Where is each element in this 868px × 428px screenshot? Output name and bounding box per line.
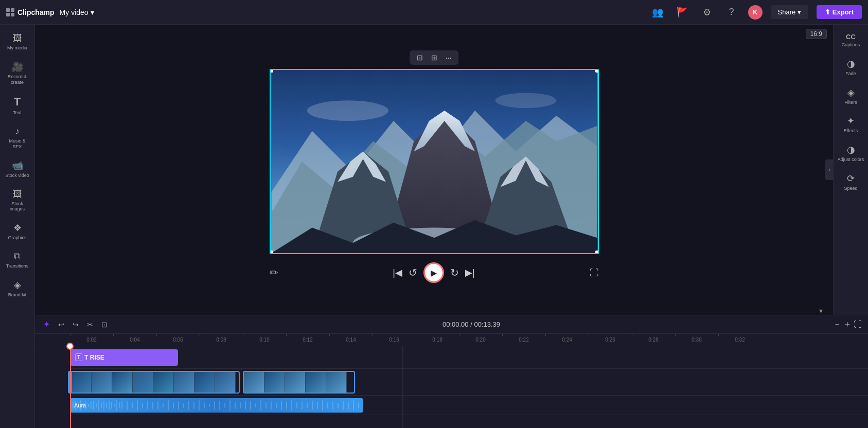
text-clip-label: T RISE (84, 354, 104, 361)
svg-rect-68 (307, 403, 308, 408)
svg-rect-27 (109, 401, 110, 410)
right-sidebar-item-speed[interactable]: ⟳ Speed (835, 169, 867, 195)
zoom-out-button[interactable]: － (833, 319, 841, 330)
sidebar-item-my-media[interactable]: 🖼 My media (2, 29, 33, 55)
export-label: ⬆ Export (825, 8, 854, 16)
export-button[interactable]: ⬆ Export (817, 5, 862, 19)
redo-button[interactable]: ↪ (70, 319, 81, 330)
ruler-mark: 0:10 (243, 337, 286, 343)
svg-rect-33 (127, 401, 128, 410)
svg-rect-46 (193, 402, 194, 409)
skip-back-button[interactable]: |◀ (393, 267, 402, 278)
sidebar-item-stock-images[interactable]: 🖼 Stock images (2, 185, 33, 217)
right-sidebar-item-fade[interactable]: ◑ Fade (835, 54, 867, 81)
topbar-right: 👥 🚩 ⚙ ? K Share ▾ ⬆ Export (649, 4, 862, 21)
svg-rect-42 (173, 402, 174, 408)
right-sidebar-label: Effects (844, 128, 858, 134)
svg-rect-32 (121, 401, 122, 409)
sidebar-item-stock-video[interactable]: 📹 Stock video (2, 156, 33, 183)
user-avatar[interactable]: K (748, 5, 763, 20)
svg-rect-30 (116, 400, 117, 411)
graphics-icon: ❖ (13, 222, 22, 234)
video-track (70, 369, 868, 396)
timeline-dropdown-icon[interactable]: ▾ (819, 307, 823, 315)
zoom-controls: － ＋ ⛶ (833, 319, 862, 330)
text-clip[interactable]: T T RISE (70, 349, 178, 366)
sidebar-item-brand-kit[interactable]: ◈ Brand kit (2, 275, 33, 302)
svg-rect-36 (142, 403, 143, 408)
right-sidebar-item-filters[interactable]: ◈ Filters (835, 83, 867, 110)
svg-rect-78 (358, 402, 359, 408)
topbar: Clipchamp My video ▾ 👥 🚩 ⚙ ? K Share ▾ ⬆… (0, 0, 868, 25)
svg-rect-19 (88, 404, 89, 407)
rewind-button[interactable]: ↺ (409, 266, 417, 279)
svg-rect-21 (93, 401, 94, 410)
skip-forward-button[interactable]: ▶| (465, 267, 475, 278)
svg-rect-59 (260, 400, 261, 411)
handle-top-right[interactable] (595, 69, 599, 73)
magic-edit-button[interactable]: ✏ (270, 266, 278, 279)
ruler-mark: 0:04 (113, 337, 156, 343)
sidebar-item-graphics[interactable]: ❖ Graphics (2, 218, 33, 245)
svg-rect-49 (209, 404, 210, 407)
video-clip-1[interactable] (70, 371, 240, 394)
ruler-mark: 0:30 (675, 337, 718, 343)
svg-rect-20 (91, 402, 92, 409)
video-clip-2[interactable] (243, 371, 355, 394)
handle-bottom-left[interactable] (270, 251, 273, 254)
more-button[interactable]: ··· (444, 52, 454, 63)
svg-point-11 (307, 100, 388, 121)
flag-icon-btn[interactable]: 🚩 (674, 4, 690, 21)
svg-rect-72 (327, 402, 328, 408)
chevron-down-icon: ▾ (798, 8, 801, 16)
zoom-in-button[interactable]: ＋ (843, 319, 852, 330)
sidebar-item-transitions[interactable]: ⧉ Transitions (2, 247, 33, 273)
sidebar-item-text[interactable]: T Text (2, 91, 33, 120)
sidebar-item-music-sfx[interactable]: ♪ Music & SFX (2, 122, 33, 154)
video-title[interactable]: My video ▾ (60, 8, 94, 16)
svg-rect-52 (224, 403, 225, 408)
aspect-button[interactable]: ⊞ (429, 52, 439, 63)
timeline-ruler: 0:02 0:04 0:06 0:08 0:10 0:12 0:14 0:16 … (35, 334, 868, 346)
svg-rect-24 (101, 402, 102, 408)
svg-rect-51 (219, 401, 220, 410)
right-sidebar-item-captions[interactable]: CC Captions (835, 29, 867, 52)
right-sidebar-item-effects[interactable]: ✦ Effects (835, 111, 867, 138)
svg-rect-71 (322, 400, 323, 411)
forward-button[interactable]: ↻ (450, 266, 459, 279)
right-sidebar-item-adjust-colors[interactable]: ◑ Adjust colors (835, 140, 867, 167)
svg-rect-22 (96, 403, 97, 407)
timeline-content: 0:02 0:04 0:06 0:08 0:10 0:12 0:14 0:16 … (35, 334, 868, 428)
handle-bottom-right[interactable] (595, 251, 599, 254)
play-button[interactable]: ▶ (423, 262, 444, 283)
topbar-left: Clipchamp My video ▾ (6, 8, 94, 16)
magic-button[interactable]: ✦ (41, 318, 52, 330)
people-icon-btn[interactable]: 👥 (649, 4, 666, 21)
handle-top-left[interactable] (270, 69, 273, 73)
help-icon-btn[interactable]: ? (723, 4, 740, 21)
right-sidebar-collapse-arrow[interactable]: ‹ (825, 159, 834, 180)
cut-button[interactable]: ✂ (85, 319, 95, 330)
svg-rect-74 (338, 403, 339, 408)
detach-audio-button[interactable]: ⊡ (99, 319, 110, 330)
preview-area: 16:9 ⊡ ⊞ ··· (35, 25, 833, 298)
crop-button[interactable]: ⊡ (415, 52, 425, 63)
filters-icon: ◈ (847, 87, 855, 98)
svg-rect-41 (168, 400, 169, 411)
svg-rect-48 (204, 402, 205, 408)
share-button[interactable]: Share ▾ (771, 5, 809, 19)
ruler-marks: 0:02 0:04 0:06 0:08 0:10 0:12 0:14 0:16 … (70, 337, 761, 343)
trim-handle-left[interactable] (68, 371, 72, 394)
settings-icon-btn[interactable]: ⚙ (699, 4, 715, 21)
sidebar-item-record-create[interactable]: 🎥 Record & create (2, 57, 33, 90)
right-sidebar: ‹ CC Captions ◑ Fade ◈ Filters ✦ Effects (833, 25, 868, 315)
sidebar-item-label: Stock images (5, 201, 30, 212)
audio-clip[interactable]: Aura (70, 398, 363, 413)
fit-button[interactable]: ⛶ (854, 320, 862, 329)
audio-clip-label: Aura (74, 402, 86, 408)
ruler-mark: 0:22 (502, 337, 545, 343)
undo-button[interactable]: ↩ (56, 319, 66, 330)
svg-rect-66 (296, 402, 297, 408)
music-icon: ♪ (15, 126, 20, 137)
fullscreen-button[interactable]: ⛶ (590, 268, 599, 278)
